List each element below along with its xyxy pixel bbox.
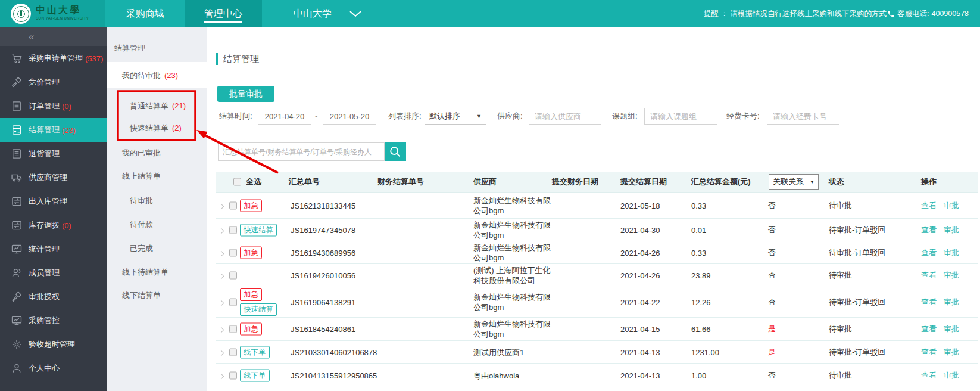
submenu-item-4[interactable]: 线上结算单 <box>107 171 207 182</box>
cell-summary-no: JS210330140602106878 <box>291 347 377 356</box>
submenu-item-5[interactable]: 待审批 <box>107 196 207 206</box>
cell-related: 否 <box>768 225 776 235</box>
row-checkbox[interactable] <box>229 348 237 356</box>
search-input[interactable] <box>218 142 385 161</box>
sidebar-item-label: 出入库管理 <box>29 196 67 207</box>
cell-status: 待审批-订单驳回 <box>829 225 885 235</box>
cell-settle-date: 2021-05-18 <box>620 201 660 210</box>
cell-amount: 1231.00 <box>691 347 719 356</box>
submenu-item-0[interactable]: 我的待审批(23) <box>107 70 207 81</box>
view-link[interactable]: 查看 <box>921 370 937 381</box>
view-link[interactable]: 查看 <box>921 247 937 258</box>
approve-link[interactable]: 审批 <box>944 370 959 381</box>
expand-row-icon[interactable] <box>219 270 223 281</box>
sidebar-collapse-button[interactable]: « <box>0 27 107 46</box>
select-all-checkbox[interactable] <box>233 178 241 186</box>
approve-link[interactable]: 审批 <box>944 247 959 258</box>
org-dropdown[interactable]: 中山大学 <box>294 0 361 27</box>
sidebar-item-13[interactable]: 个人中心 <box>0 356 107 380</box>
submenu-item-8[interactable]: 线下待结算单 <box>107 267 207 278</box>
tab-admin-center[interactable]: 管理中心 <box>185 0 262 27</box>
sidebar-item-0[interactable]: 采购申请单管理(537) <box>0 46 107 70</box>
cell-amount: 23.89 <box>691 271 711 280</box>
view-link[interactable]: 查看 <box>921 225 937 235</box>
expand-row-icon[interactable] <box>219 324 223 334</box>
tab-procurement-mall[interactable]: 采购商城 <box>105 0 185 27</box>
related-filter-select[interactable]: 关联关系 ▼ <box>769 174 819 190</box>
batch-approve-button[interactable]: 批量审批 <box>217 86 274 102</box>
chevron-down-icon <box>349 11 361 17</box>
approve-link[interactable]: 审批 <box>944 270 959 281</box>
sidebar-item-6[interactable]: 出入库管理 <box>0 190 107 213</box>
row-checkbox[interactable] <box>229 201 237 209</box>
expand-row-icon[interactable] <box>219 247 223 258</box>
sidebar-item-2[interactable]: 订单管理(0) <box>0 94 107 118</box>
sidebar-item-7[interactable]: 库存调拨(0) <box>0 213 107 237</box>
cell-settle-date: 2021-04-30 <box>620 225 660 234</box>
submenu-item-9[interactable]: 线下结算单 <box>107 290 207 301</box>
sidebar-item-10[interactable]: 审批授权 <box>0 285 107 309</box>
expand-row-icon[interactable] <box>219 347 223 358</box>
view-link[interactable]: 查看 <box>921 270 937 281</box>
submenu-item-7[interactable]: 已完成 <box>107 243 207 254</box>
approve-link[interactable]: 审批 <box>944 297 959 308</box>
cart-icon <box>11 52 24 64</box>
cell-status: 待审批-订单驳回 <box>829 297 885 308</box>
col-select-all: 全选 <box>246 176 261 187</box>
expand-row-icon[interactable] <box>219 297 223 308</box>
group-input[interactable] <box>644 108 717 125</box>
row-checkbox[interactable] <box>229 272 237 280</box>
submenu-item-6[interactable]: 待付款 <box>107 219 207 230</box>
sidebar-item-5[interactable]: 供应商管理 <box>0 166 107 190</box>
cell-supplier: 新金灿烂生物科技有限公司bgm <box>473 243 553 263</box>
expand-row-icon[interactable] <box>219 370 223 381</box>
sidebar-item-8[interactable]: 统计管理 <box>0 237 107 261</box>
submenu-item-3[interactable]: 我的已审批 <box>107 148 207 159</box>
date-to-input[interactable] <box>323 108 376 125</box>
filter-bar: 结算时间: - 列表排序: 默认排序 ▼ 供应商: 课题组: 经费卡号: <box>207 108 980 125</box>
approve-link[interactable]: 审批 <box>944 347 959 358</box>
sidebar-item-label: 供应商管理 <box>29 172 67 183</box>
sort-select[interactable]: 默认排序 ▼ <box>425 108 486 125</box>
tag-加急: 加急 <box>240 246 262 259</box>
cell-supplier: 测试用供应商1 <box>473 347 553 357</box>
date-from-input[interactable] <box>258 108 311 125</box>
gavel-icon <box>11 76 24 88</box>
view-link[interactable]: 查看 <box>921 347 937 358</box>
row-checkbox[interactable] <box>229 226 237 234</box>
row-checkbox[interactable] <box>229 371 237 379</box>
approve-link[interactable]: 审批 <box>944 324 959 334</box>
expand-row-icon[interactable] <box>219 225 223 235</box>
calc-icon <box>11 124 24 136</box>
cell-summary-no: JS1619747345078 <box>291 225 355 234</box>
sidebar-item-9[interactable]: 成员管理 <box>0 261 107 285</box>
sidebar-item-12[interactable]: 验收超时管理 <box>0 333 107 356</box>
approve-link[interactable]: 审批 <box>944 225 959 235</box>
sidebar-item-count: (23) <box>62 126 76 135</box>
search-button[interactable] <box>385 142 406 161</box>
sidebar-item-1[interactable]: 竞价管理 <box>0 70 107 94</box>
sidebar-item-4[interactable]: 退货管理 <box>0 142 107 166</box>
col-finance-no: 财务结算单号 <box>377 176 424 187</box>
sidebar-item-11[interactable]: 采购管控 <box>0 309 107 333</box>
submenu-item-2[interactable]: 快速结算单(2) <box>107 123 207 134</box>
tag-线下单: 线下单 <box>240 346 270 358</box>
submenu-item-1[interactable]: 普通结算单(21) <box>107 101 207 111</box>
view-link[interactable]: 查看 <box>921 324 937 334</box>
row-checkbox[interactable] <box>229 249 237 256</box>
row-checkbox[interactable] <box>229 299 237 306</box>
sidebar-item-count: (537) <box>85 54 103 63</box>
cell-supplier: 新金灿烂生物科技有限公司bgm <box>473 196 553 216</box>
cell-related: 是 <box>768 324 776 334</box>
supplier-input[interactable] <box>529 108 601 125</box>
settle-date-label: 结算时间: <box>219 108 252 125</box>
expand-row-icon[interactable] <box>219 200 223 211</box>
row-checkbox[interactable] <box>229 325 237 333</box>
approve-link[interactable]: 审批 <box>944 200 959 211</box>
card-input[interactable] <box>767 108 839 125</box>
sidebar-item-3[interactable]: 结算管理(23) <box>0 118 107 142</box>
logo-en-text: SUN YAT-SEN UNIVERSITY <box>36 16 89 20</box>
view-link[interactable]: 查看 <box>921 297 937 308</box>
logo-cn-text: 中山大學 <box>36 4 81 15</box>
view-link[interactable]: 查看 <box>921 200 937 211</box>
